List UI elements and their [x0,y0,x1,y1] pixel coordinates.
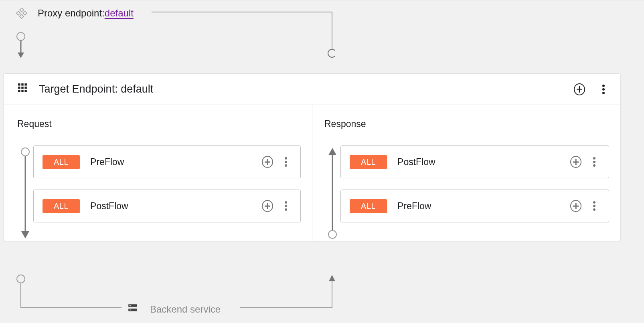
svg-rect-10 [24,83,26,85]
svg-point-23 [17,275,25,283]
storage-icon [128,303,138,316]
svg-rect-3 [20,14,24,18]
svg-rect-8 [18,83,20,85]
flow-name: PreFlow [397,201,570,212]
flow-more-menu[interactable] [589,156,600,168]
arrow-proxy-down [15,32,26,58]
backend-service-label: Backend service [150,304,221,315]
add-step-button[interactable] [262,156,273,168]
add-target-button[interactable] [574,84,585,95]
svg-rect-15 [21,90,23,92]
svg-rect-13 [24,87,26,89]
request-flow-preflow[interactable]: ALL PreFlow [33,145,301,178]
svg-rect-14 [18,90,20,92]
badge-all: ALL [350,155,387,169]
flow-name: PostFlow [90,201,262,212]
flow-name: PostFlow [397,157,570,168]
svg-point-28 [130,309,131,311]
request-pane: Request ALL PreFlow [4,105,312,241]
svg-point-5 [17,32,25,40]
svg-marker-20 [328,148,336,155]
svg-rect-11 [18,87,20,89]
flow-name: PreFlow [90,157,262,168]
badge-all: ALL [43,155,80,169]
response-flow-postflow[interactable]: ALL PostFlow [340,145,609,178]
badge-all: ALL [350,199,387,213]
target-endpoint-card: Target Endpoint: default Request [3,73,621,241]
arrow-response-up-icon [327,147,338,239]
svg-rect-2 [23,11,27,15]
flow-more-menu[interactable] [589,200,600,212]
proxy-endpoint-label: Proxy endpoint: [38,8,105,19]
svg-rect-12 [21,87,23,89]
svg-point-4 [328,49,335,57]
svg-marker-19 [21,231,29,238]
backend-service-row: Backend service [128,303,221,316]
add-step-button[interactable] [262,200,273,212]
svg-marker-24 [329,275,335,281]
target-more-menu[interactable] [598,84,609,95]
flow-diagram-canvas: Proxy endpoint: default Target Endpoint:… [0,0,644,323]
svg-rect-9 [21,83,23,85]
badge-all: ALL [43,199,80,213]
response-pane: Response ALL PostFlow [312,105,620,241]
add-step-button[interactable] [570,156,581,168]
svg-point-17 [21,148,29,156]
proxy-endpoint-row: Proxy endpoint: default [14,6,134,20]
svg-point-22 [328,230,336,238]
request-flow-postflow[interactable]: ALL PostFlow [33,190,301,222]
svg-point-27 [130,305,131,306]
arrow-request-down-icon [20,147,31,239]
connector-proxy-to-target [152,12,335,60]
add-step-button[interactable] [570,200,581,212]
svg-rect-16 [24,90,26,92]
backend-connector-area: Backend service [15,270,352,314]
svg-marker-7 [18,52,24,58]
svg-rect-0 [20,8,24,12]
flow-more-menu[interactable] [280,156,292,168]
apps-grid-icon [17,83,28,96]
request-heading: Request [17,119,301,129]
proxy-endpoint-link[interactable]: default [105,8,134,19]
svg-rect-1 [16,11,20,15]
proxy-endpoint-icon [14,6,29,20]
target-endpoint-header: Target Endpoint: default [4,74,620,105]
response-heading: Response [324,119,609,129]
flow-more-menu[interactable] [280,200,292,212]
response-flow-preflow[interactable]: ALL PreFlow [340,190,609,222]
target-endpoint-title: Target Endpoint: default [39,83,153,95]
